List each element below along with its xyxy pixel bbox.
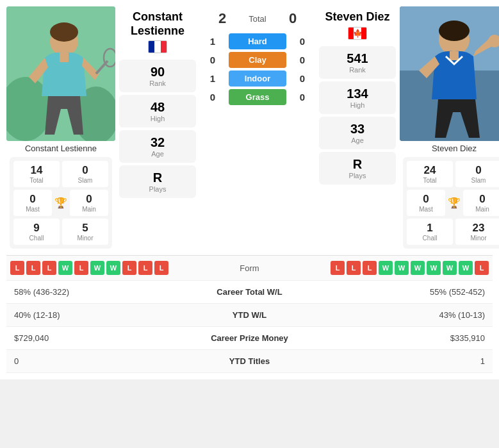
- right-player-column: Steven Diez 24 Total 0 Slam 0 M: [400, 6, 499, 249]
- left-high-value: 48: [124, 100, 191, 115]
- right-player-flag: 🍁: [320, 27, 395, 40]
- right-form-badge-1: L: [347, 261, 361, 275]
- right-main-value: 0: [464, 193, 499, 206]
- left-plays-value: R: [124, 170, 191, 185]
- stat-row-0: 58% (436-322) Career Total W/L 55% (552-…: [6, 281, 493, 304]
- left-minor-value: 5: [63, 222, 107, 235]
- left-total-value: 14: [15, 164, 58, 177]
- right-form-badge-2: L: [363, 261, 377, 275]
- right-main-label: Main: [464, 206, 499, 213]
- stat-right-1: 43% (10-13): [301, 310, 486, 320]
- indoor-score-right: 0: [293, 73, 312, 84]
- france-flag: [148, 40, 167, 53]
- trophy-icon-right: 🏆: [448, 197, 461, 209]
- hard-badge: Hard: [229, 33, 286, 49]
- left-player-flag: [120, 40, 195, 53]
- right-player-name: Steven Diez: [320, 10, 395, 24]
- clay-badge: Clay: [229, 52, 286, 68]
- stat-rows-container: 58% (436-322) Career Total W/L 55% (552-…: [6, 281, 493, 373]
- right-plays-label: Plays: [324, 172, 391, 179]
- right-minor-value: 23: [457, 222, 499, 235]
- main-container: Constant Lestienne 14 Total 0 Slam 0: [0, 0, 499, 379]
- left-form-badge-1: L: [26, 261, 40, 275]
- form-label: Form: [218, 263, 282, 273]
- right-form-badges: LLLWWWWWWL: [282, 261, 489, 275]
- svg-rect-5: [60, 53, 69, 62]
- stat-center-0: Career Total W/L: [199, 287, 301, 297]
- form-row: LLLWLWWLLL Form LLLWWWWWWL: [6, 256, 493, 281]
- indoor-surface-row: 1 Indoor 0: [200, 71, 315, 87]
- svg-point-4: [50, 22, 78, 42]
- maple-leaf-icon: 🍁: [353, 29, 363, 38]
- left-main-value: 0: [71, 193, 107, 206]
- left-plays-card: R Plays: [119, 165, 196, 198]
- right-minor-label: Minor: [457, 235, 499, 242]
- svg-point-10: [439, 21, 470, 41]
- right-total-value: 24: [408, 164, 452, 177]
- right-age-label: Age: [324, 137, 391, 144]
- left-form-badge-8: L: [138, 261, 152, 275]
- left-slam-value: 0: [63, 164, 107, 177]
- left-form-badge-6: W: [106, 261, 120, 275]
- left-form-badge-0: L: [10, 261, 24, 275]
- stat-row-3: 0 YTD Titles 1: [6, 350, 493, 373]
- right-high-value: 134: [324, 87, 391, 101]
- right-chall-label: Chall: [408, 235, 452, 242]
- right-form-badge-8: W: [459, 261, 473, 275]
- trophy-icon: 🏆: [54, 197, 67, 209]
- total-score-right: 0: [283, 10, 302, 27]
- total-score-label: Total: [238, 14, 277, 24]
- left-rank-label: Rank: [124, 79, 191, 87]
- left-form-badges: LLLWLWWLLL: [10, 261, 218, 275]
- right-form-badge-3: W: [379, 261, 393, 275]
- indoor-badge: Indoor: [229, 71, 286, 87]
- left-high-label: High: [124, 115, 191, 122]
- stat-left-3: 0: [14, 356, 199, 366]
- left-rank-section: Constant Lestienne 90 Rank 48 High: [119, 6, 196, 249]
- left-player-photo: [6, 6, 115, 141]
- clay-score-left: 0: [203, 54, 222, 65]
- left-player-name-below: Constant Lestienne: [25, 141, 97, 157]
- canada-flag: 🍁: [348, 27, 367, 40]
- stat-center-3: YTD Titles: [199, 356, 301, 366]
- right-form-badge-7: W: [443, 261, 457, 275]
- left-age-label: Age: [124, 150, 191, 158]
- right-form-badge-0: L: [331, 261, 345, 275]
- left-rank-card: 90 Rank: [119, 60, 196, 92]
- left-chall-label: Chall: [15, 235, 58, 242]
- left-mast-value: 0: [15, 193, 51, 206]
- grass-surface-row: 0 Grass 0: [200, 89, 315, 105]
- right-stats-card: 24 Total 0 Slam 0 Mast 🏆: [403, 157, 499, 249]
- left-minor-label: Minor: [63, 235, 107, 242]
- left-chall-value: 9: [15, 222, 58, 235]
- right-rank-label: Rank: [324, 66, 391, 74]
- right-form-badge-4: W: [395, 261, 409, 275]
- left-form-badge-7: L: [122, 261, 136, 275]
- clay-score-right: 0: [293, 54, 312, 65]
- right-high-label: High: [324, 101, 391, 109]
- right-rank-value: 541: [324, 51, 391, 66]
- left-player-name-line1: Constant: [120, 10, 195, 24]
- total-score-row: 2 Total 0: [200, 6, 315, 31]
- left-main-label: Main: [71, 206, 107, 213]
- stat-row-1: 40% (12-18) YTD W/L 43% (10-13): [6, 304, 493, 327]
- right-age-value: 33: [324, 122, 391, 137]
- left-total-label: Total: [15, 177, 58, 184]
- right-player-name-below: Steven Diez: [432, 141, 477, 157]
- left-plays-label: Plays: [124, 185, 191, 193]
- right-total-label: Total: [408, 177, 452, 184]
- left-player-column: Constant Lestienne 14 Total 0 Slam 0: [6, 6, 115, 249]
- left-form-badge-4: L: [74, 261, 88, 275]
- right-rank-card: 541 Rank: [319, 46, 396, 79]
- player-comparison-section: Constant Lestienne 14 Total 0 Slam 0: [6, 6, 493, 249]
- right-high-card: 134 High: [319, 81, 396, 114]
- stat-left-1: 40% (12-18): [14, 310, 199, 320]
- left-high-card: 48 High: [119, 95, 196, 128]
- right-form-badge-9: L: [475, 261, 489, 275]
- right-mast-value: 0: [408, 193, 444, 206]
- right-player-photo: [400, 6, 499, 141]
- stat-right-0: 55% (552-452): [301, 287, 486, 297]
- svg-rect-12: [450, 51, 459, 60]
- right-slam-value: 0: [457, 164, 499, 177]
- scores-section: 2 Total 0 1 Hard 0 0 Clay 0 1 Indoor: [200, 6, 315, 249]
